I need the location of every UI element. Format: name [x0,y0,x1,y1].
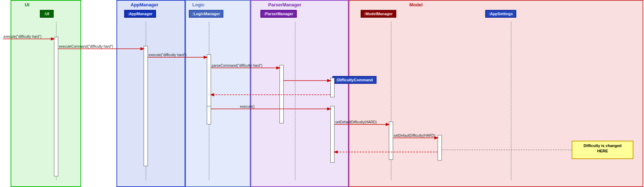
header-appmanager: AppManager [131,2,158,7]
vline-parsermanager [295,22,295,180]
obj-logicmanager: :LogicManager [189,10,223,18]
vline-appsettings [511,22,511,180]
note-difficulty-changed: Difficulty is changedHERE [572,141,633,159]
header-ui: UI [25,2,29,7]
activation-parsermanager [279,65,284,123]
lifeline-ui-band [11,0,81,187]
header-logic: Logic [192,2,205,7]
activation-modelmanager [330,106,335,163]
obj-ui: :UI [40,10,54,18]
lifeline-logic-band [185,0,251,187]
sequence-diagram: UI AppManager Logic ParserManager Model … [0,0,644,187]
obj-appsettings: :AppSettings [485,10,516,18]
header-model: Model [409,2,423,7]
lifeline-appmanager-band [116,0,185,187]
obj-difficultycommand: :DifficultyCommand [332,76,377,84]
obj-appmanager: :AppManager [124,10,156,18]
activation-appmanager [144,46,148,166]
activation-logic [207,54,211,115]
header-parsermanager: ParserManager [268,2,301,7]
activation-logic-2 [207,106,211,124]
obj-parsermanager: :ParserManager [260,10,297,18]
activation-difficultycommand [330,78,335,97]
activation-modelmanager-inner [389,122,393,160]
activation-appsettings [438,135,442,160]
activation-ui [54,37,58,176]
obj-modelmanager: :ModelManager [361,10,396,18]
